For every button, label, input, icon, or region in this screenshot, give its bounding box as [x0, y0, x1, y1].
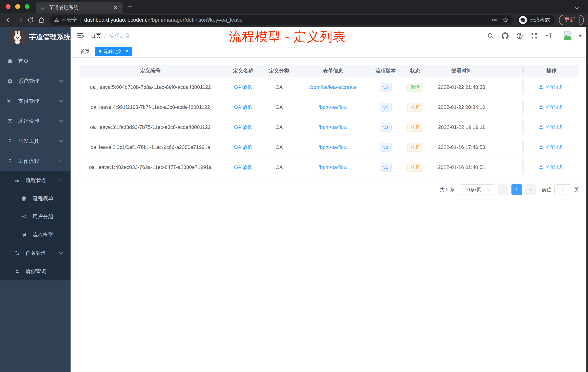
github-icon[interactable] — [502, 32, 509, 40]
security-label[interactable]: 不安全 — [62, 16, 77, 24]
browser-tab[interactable]: 芋道管理系统 ✕ — [36, 2, 123, 13]
assign-rule-link[interactable]: 分配规则 — [538, 144, 564, 151]
assign-rule-label: 分配规则 — [546, 124, 564, 131]
cell-definition-name-link[interactable]: OA 请假 — [221, 144, 265, 151]
assign-rule-link[interactable]: 分配规则 — [538, 164, 564, 171]
close-window-button[interactable] — [6, 4, 10, 9]
update-label: 更新 — [564, 16, 575, 24]
assign-rule-link[interactable]: 分配规则 — [538, 84, 564, 90]
sidebar-item-7[interactable]: 流程表单 — [0, 189, 71, 208]
assign-rule-link[interactable]: 分配规则 — [538, 124, 564, 131]
minimize-window-button[interactable] — [15, 4, 20, 9]
chevron-down-icon — [59, 100, 63, 103]
cell-deploy-time: 2022-01-22 19:19:11 — [432, 124, 491, 130]
warning-icon[interactable] — [54, 17, 59, 23]
browser-tabstrip: 芋道管理系统 ✕ + — [0, 0, 588, 13]
chevron-down-icon — [59, 140, 63, 143]
column-header-0: 定义编号 — [80, 67, 221, 74]
sidebar-item-10[interactable]: 任务管理 — [0, 244, 71, 262]
reload-icon[interactable] — [26, 15, 35, 25]
page-annotation: 流程模型 - 定义列表 — [229, 28, 346, 45]
page-size-select[interactable]: 10条/页 — [460, 184, 494, 195]
briefcase-icon — [7, 159, 13, 164]
column-header-7: 操作 — [524, 65, 579, 77]
tag-close-icon[interactable]: ✕ — [125, 49, 129, 54]
cell-definition-name-link[interactable]: OA 请假 — [221, 164, 265, 171]
cell-form-link[interactable]: /bpm/oa/flow — [293, 144, 373, 150]
cell-form-link[interactable]: /bpm/oa/flow — [293, 104, 373, 110]
sidebar-item-1[interactable]: 系统管理 — [0, 71, 71, 91]
sidebar-item-label: 工作流程 — [18, 158, 39, 165]
address-bar[interactable]: 不安全 dashboard.yudao.iocoder.cn/bpm/manag… — [50, 15, 513, 25]
cell-form-link[interactable]: /bpm/oa/leave/create — [293, 84, 373, 90]
prev-page-button[interactable]: ‹ — [498, 184, 508, 195]
hamburger-icon[interactable] — [76, 32, 84, 40]
sidebar-item-6[interactable]: 流程管理 — [0, 171, 71, 189]
question-icon[interactable] — [516, 32, 523, 40]
breadcrumb-home[interactable]: 首页 — [91, 32, 101, 40]
cell-definition-id: oa_leave:5:004b710b-7b8a-11ec-8ef0-acde4… — [80, 84, 221, 90]
sidebar-item-4[interactable]: 研发工具 — [0, 131, 71, 151]
logo-bunny-image — [10, 30, 25, 44]
cell-form-link[interactable]: /bpm/oa/flow — [293, 124, 373, 130]
home-icon[interactable] — [37, 15, 46, 25]
cell-category: OA — [265, 164, 293, 170]
search-icon[interactable] — [487, 32, 494, 40]
update-menu-button[interactable]: 更新 — [559, 15, 584, 25]
user-group-icon — [21, 214, 27, 219]
back-icon[interactable] — [4, 15, 13, 25]
current-page-button[interactable]: 1 — [512, 184, 522, 195]
sidebar-item-9[interactable]: 流程模型 — [0, 226, 71, 244]
sidebar-item-11[interactable]: 请假查询 — [0, 262, 71, 280]
tag-label: 首页 — [80, 48, 89, 55]
version-badge: v2 — [380, 143, 391, 152]
paper-plane-icon — [21, 232, 27, 238]
page-scrollbar[interactable] — [586, 27, 588, 372]
font-size-icon[interactable] — [545, 32, 552, 40]
zoom-window-button[interactable] — [25, 4, 30, 9]
version-badge: v3 — [380, 123, 391, 132]
assign-rule-label: 分配规则 — [546, 164, 564, 171]
table-row: oa_leave:2:3c1f0ef1-76b1-11ec-9c66-a2380… — [80, 137, 579, 157]
fullscreen-icon[interactable] — [531, 32, 538, 40]
tag-1[interactable]: 流程定义✕ — [95, 47, 132, 56]
new-tab-button[interactable]: + — [128, 2, 132, 11]
status-badge: 挂起 — [407, 143, 423, 152]
sidebar-item-8[interactable]: 用户分组 — [0, 208, 71, 226]
key-icon[interactable] — [491, 17, 497, 23]
sidebar-item-label: 流程表单 — [32, 195, 53, 202]
avatar[interactable] — [561, 29, 575, 43]
avatar-dropdown-icon[interactable] — [578, 34, 582, 37]
cell-definition-name-link[interactable]: OA 请假 — [221, 84, 265, 91]
bookmark-star-icon[interactable] — [502, 17, 508, 23]
sidebar-item-5[interactable]: 工作流程 — [0, 151, 71, 171]
tag-0[interactable]: 首页 — [77, 47, 93, 56]
sidebar-item-0[interactable]: 首页 — [0, 51, 71, 71]
pagination: 共 5 条 10条/页 ‹ 1 › 前往 1 页 — [80, 184, 579, 195]
definition-table: 定义编号定义名称定义分类表单信息流程版本状态部署时间操作oa_leave:5:0… — [80, 65, 579, 177]
person-icon — [538, 85, 544, 90]
goto-page-input[interactable]: 1 — [554, 184, 571, 195]
sidebar-item-label: 首页 — [18, 57, 29, 65]
sidebar-item-label: 流程管理 — [25, 177, 47, 184]
plant-favicon-icon — [40, 4, 46, 11]
cell-definition-name-link[interactable]: OA 请假 — [221, 104, 265, 111]
tab-close-icon[interactable]: ✕ — [112, 4, 118, 11]
version-badge: v1 — [380, 163, 391, 172]
sidebar-item-label: 研发工具 — [18, 138, 39, 145]
cell-definition-id: oa_leave:4:991f2193-7b7f-11ec-a3c8-acde4… — [80, 104, 221, 110]
cell-definition-name-link[interactable]: OA 请假 — [221, 124, 265, 131]
sidebar-logo[interactable]: 芋道管理系统 — [0, 27, 71, 47]
assign-rule-link[interactable]: 分配规则 — [538, 104, 564, 110]
person-icon — [538, 105, 544, 110]
active-dot — [99, 50, 101, 53]
cell-version: v3 — [373, 123, 398, 132]
cell-form-link[interactable]: /bpm/oa/flow — [293, 164, 373, 170]
next-page-button[interactable]: › — [525, 184, 536, 195]
sidebar-item-3[interactable]: 基础设施 — [0, 111, 71, 131]
assign-rule-label: 分配规则 — [546, 144, 564, 151]
forward-icon[interactable] — [15, 15, 24, 25]
tab-search-chevron-icon[interactable] — [574, 6, 580, 10]
sidebar-item-2[interactable]: ¥支付管理 — [0, 91, 71, 111]
url-text[interactable]: dashboard.yudao.iocoder.cn/bpm/manager/d… — [84, 17, 242, 23]
